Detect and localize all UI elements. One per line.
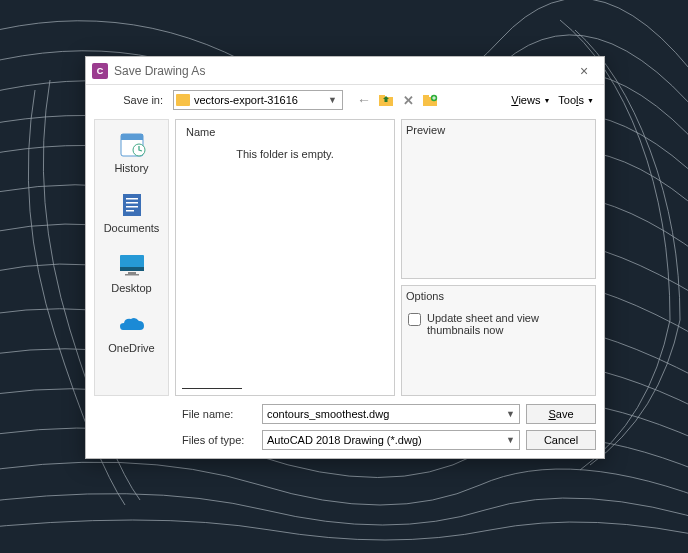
- dialog-menus: Views ▼ Tools ▼: [509, 92, 596, 108]
- sidebar-item-desktop[interactable]: Desktop: [95, 248, 168, 298]
- filetype-value: AutoCAD 2018 Drawing (*.dwg): [267, 434, 506, 446]
- filename-label: File name:: [94, 408, 256, 420]
- svg-rect-12: [126, 210, 134, 212]
- save-in-label: Save in:: [94, 94, 169, 106]
- filename-row: File name: contours_smoothest.dwg ▼ Save: [94, 404, 596, 424]
- bottom-rows: File name: contours_smoothest.dwg ▼ Save…: [86, 400, 604, 458]
- save-drawing-as-dialog: C Save Drawing As × Save in: vectors-exp…: [85, 56, 605, 459]
- svg-rect-11: [126, 206, 138, 208]
- svg-rect-6: [121, 134, 143, 140]
- sidebar-item-history[interactable]: History: [95, 128, 168, 178]
- up-folder-button[interactable]: [377, 91, 395, 109]
- filename-combo[interactable]: contours_smoothest.dwg ▼: [262, 404, 520, 424]
- views-label: Views: [511, 94, 540, 106]
- tools-label: Tools: [558, 94, 584, 106]
- sidebar-item-label: History: [114, 162, 148, 174]
- save-in-value: vectors-export-31616: [194, 94, 325, 106]
- update-thumbnails-row[interactable]: Update sheet and view thumbnails now: [406, 308, 591, 340]
- new-folder-icon: [422, 93, 438, 107]
- titlebar: C Save Drawing As ×: [86, 57, 604, 85]
- sidebar-item-label: Documents: [104, 222, 160, 234]
- preview-title: Preview: [406, 124, 591, 136]
- options-title: Options: [406, 290, 591, 302]
- sidebar-item-onedrive[interactable]: OneDrive: [95, 308, 168, 358]
- svg-rect-1: [379, 95, 385, 98]
- update-thumbnails-checkbox[interactable]: [408, 313, 421, 326]
- folder-icon: [176, 94, 190, 106]
- delete-button[interactable]: ✕: [399, 91, 417, 109]
- filetype-row: Files of type: AutoCAD 2018 Drawing (*.d…: [94, 430, 596, 450]
- app-icon: C: [92, 63, 108, 79]
- filetype-label: Files of type:: [94, 434, 256, 446]
- save-in-combo[interactable]: vectors-export-31616 ▼: [173, 90, 343, 110]
- new-folder-button[interactable]: [421, 91, 439, 109]
- right-panels: Preview Options Update sheet and view th…: [401, 119, 596, 396]
- column-header-name[interactable]: Name: [180, 124, 390, 140]
- tools-menu[interactable]: Tools ▼: [556, 92, 596, 108]
- file-area: Name This folder is empty.: [175, 119, 395, 396]
- close-button[interactable]: ×: [570, 61, 598, 81]
- file-list[interactable]: Name This folder is empty.: [175, 119, 395, 396]
- back-arrow-icon: ←: [357, 92, 371, 108]
- svg-rect-10: [126, 202, 138, 204]
- dialog-body: History Documents Desktop OneDrive: [86, 115, 604, 400]
- chevron-down-icon: ▼: [543, 97, 550, 104]
- filename-value: contours_smoothest.dwg: [267, 408, 506, 420]
- chevron-down-icon: ▼: [325, 95, 340, 105]
- x-icon: ✕: [403, 93, 414, 108]
- svg-rect-15: [128, 272, 136, 274]
- scrollbar-track[interactable]: [182, 388, 242, 389]
- history-icon: [116, 132, 148, 158]
- onedrive-icon: [116, 312, 148, 338]
- svg-rect-3: [423, 95, 429, 98]
- preview-panel: Preview: [401, 119, 596, 279]
- chevron-down-icon: ▼: [506, 435, 515, 445]
- up-folder-icon: [378, 93, 394, 107]
- nav-toolbar: ← ✕: [355, 91, 439, 109]
- options-panel: Options Update sheet and view thumbnails…: [401, 285, 596, 396]
- update-thumbnails-label: Update sheet and view thumbnails now: [427, 312, 589, 336]
- svg-rect-16: [125, 274, 139, 276]
- documents-icon: [116, 192, 148, 218]
- back-button[interactable]: ←: [355, 91, 373, 109]
- svg-rect-14: [120, 267, 144, 271]
- sidebar-item-label: Desktop: [111, 282, 151, 294]
- filetype-combo[interactable]: AutoCAD 2018 Drawing (*.dwg) ▼: [262, 430, 520, 450]
- chevron-down-icon: ▼: [587, 97, 594, 104]
- views-menu[interactable]: Views ▼: [509, 92, 552, 108]
- places-sidebar: History Documents Desktop OneDrive: [94, 119, 169, 396]
- dialog-title: Save Drawing As: [114, 64, 570, 78]
- save-button[interactable]: Save: [526, 404, 596, 424]
- sidebar-item-label: OneDrive: [108, 342, 154, 354]
- desktop-icon: [116, 252, 148, 278]
- cancel-button[interactable]: Cancel: [526, 430, 596, 450]
- svg-rect-8: [123, 194, 141, 216]
- svg-rect-9: [126, 198, 138, 200]
- sidebar-item-documents[interactable]: Documents: [95, 188, 168, 238]
- empty-folder-message: This folder is empty.: [180, 148, 390, 160]
- chevron-down-icon: ▼: [506, 409, 515, 419]
- save-in-row: Save in: vectors-export-31616 ▼ ← ✕: [86, 85, 604, 115]
